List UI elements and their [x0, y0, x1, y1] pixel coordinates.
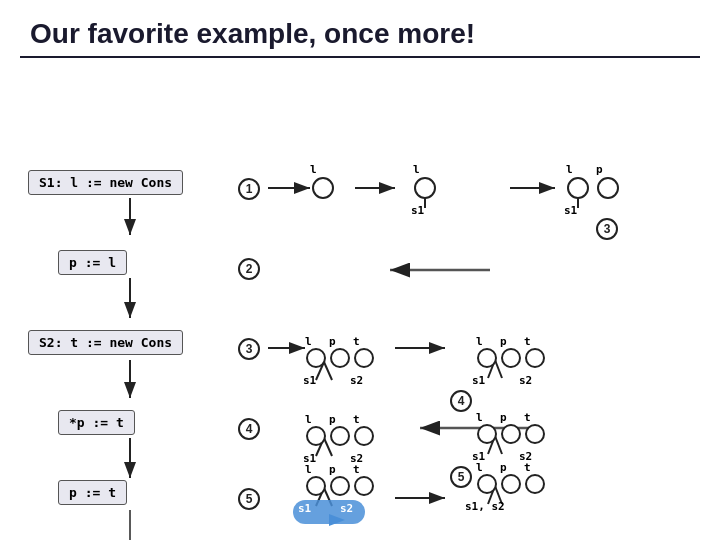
step4-result-circle: 5: [450, 466, 472, 488]
label-l-step1-right: l: [566, 163, 573, 176]
node-l-step1-right: [567, 177, 589, 199]
node-l-step3-left: [306, 348, 326, 368]
node-s1-step1-single: [312, 177, 334, 199]
node-p-step3-left: [330, 348, 350, 368]
svg-line-24: [495, 436, 502, 454]
title-divider: [20, 56, 700, 58]
node-p-step4-left: [330, 426, 350, 446]
label-t-step5-right: t: [524, 461, 531, 474]
label-p-step5-right: p: [500, 461, 507, 474]
node-p-step5-left: [330, 476, 350, 496]
step-circle-1: 1: [238, 178, 260, 200]
label-t-step4-left: t: [353, 413, 360, 426]
code-line-1: S1: l := new Cons: [28, 170, 183, 195]
label-l-step4-left: l: [305, 413, 312, 426]
node-t-step5-right: [525, 474, 545, 494]
label-s1s2-step5-right: s1, s2: [465, 500, 505, 513]
node-l-step3-right: [477, 348, 497, 368]
label-s1-step5-left: s1: [298, 502, 311, 515]
step-circle-4: 4: [238, 418, 260, 440]
label-p-step1-right: p: [596, 163, 603, 176]
label-l-step5-left: l: [305, 463, 312, 476]
label-p-step4-right: p: [500, 411, 507, 424]
svg-line-20: [495, 360, 502, 378]
diagram-arrows: [0, 70, 720, 540]
code-line-4: *p := t: [58, 410, 135, 435]
label-l-step3-right: l: [476, 335, 483, 348]
node-p-step3-right: [501, 348, 521, 368]
label-p-step3-right: p: [500, 335, 507, 348]
label-s1-step3-left: s1: [303, 374, 316, 387]
label-s1-step1-mid: s1: [411, 204, 424, 217]
label-p-step5-left: p: [329, 463, 336, 476]
step-circle-5: 5: [238, 488, 260, 510]
node-p-step4-right: [501, 424, 521, 444]
label-s2-step3-left: s2: [350, 374, 363, 387]
step1-result-circle: 3: [596, 218, 618, 240]
node-l-step4-right: [477, 424, 497, 444]
step-circle-3: 3: [238, 338, 260, 360]
node-l-step5-left: [306, 476, 326, 496]
svg-line-18: [324, 362, 332, 380]
node-t-step3-right: [525, 348, 545, 368]
node-t-step4-right: [525, 424, 545, 444]
label-t-step3-left: t: [353, 335, 360, 348]
label-l-step5-right: l: [476, 461, 483, 474]
label-l-step1-mid: l: [413, 163, 420, 176]
label-t-step4-right: t: [524, 411, 531, 424]
code-line-5: p := t: [58, 480, 127, 505]
step-circle-2: 2: [238, 258, 260, 280]
label-s1-step1-right: s1: [564, 204, 577, 217]
step3-result-circle: 4: [450, 390, 472, 412]
label-s1-step3-right: s1: [472, 374, 485, 387]
code-line-3: S2: t := new Cons: [28, 330, 183, 355]
node-l-step1-mid: [414, 177, 436, 199]
label-s2-step5-left: s2: [340, 502, 353, 515]
node-t-step4-left: [354, 426, 374, 446]
label-t-step5-left: t: [353, 463, 360, 476]
label-s2-step3-right: s2: [519, 374, 532, 387]
label-l-step1-single: l: [310, 163, 317, 176]
node-t-step5-left: [354, 476, 374, 496]
page-title: Our favorite example, once more!: [0, 0, 720, 56]
node-p-step1-right: [597, 177, 619, 199]
label-l-step4-right: l: [476, 411, 483, 424]
main-content: S1: l := new Cons 1 p := l 2 S2: t := ne…: [0, 70, 720, 540]
node-p-step5-right: [501, 474, 521, 494]
code-line-2: p := l: [58, 250, 127, 275]
label-p-step4-left: p: [329, 413, 336, 426]
label-l-step3-left: l: [305, 335, 312, 348]
node-l-step4-left: [306, 426, 326, 446]
node-t-step3-left: [354, 348, 374, 368]
label-t-step3-right: t: [524, 335, 531, 348]
label-p-step3-left: p: [329, 335, 336, 348]
node-l-step5-right: [477, 474, 497, 494]
